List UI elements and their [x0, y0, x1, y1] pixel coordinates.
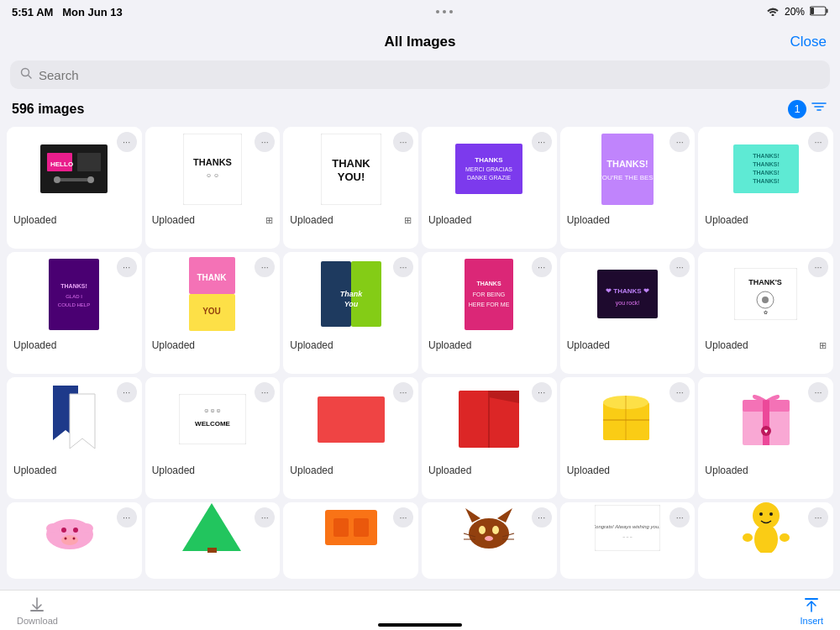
uploaded-label: Uploaded: [567, 465, 610, 476]
grid-item[interactable]: THANK'S ✿ ··· Uploaded ⊞: [698, 252, 833, 374]
more-button[interactable]: ···: [393, 132, 413, 152]
item-footer: Uploaded: [422, 461, 557, 481]
grid-item[interactable]: Thank You ··· Uploaded: [283, 252, 418, 374]
grid-item[interactable]: THANKS MERCI GRACIAS DANKE GRAZIE ··· Up…: [422, 127, 557, 249]
grid-item[interactable]: ❤ THANKS ❤ you rock! ··· Uploaded: [560, 252, 696, 374]
grid-item[interactable]: HELLO ··· Uploaded: [7, 127, 142, 249]
grid-item[interactable]: ··· Uploaded: [283, 377, 418, 499]
more-button[interactable]: ···: [117, 132, 137, 152]
svg-rect-14: [60, 178, 87, 181]
svg-text:HELLO: HELLO: [50, 160, 73, 168]
grid-item[interactable]: THANK YOU! ··· Uploaded ⊞: [283, 127, 418, 249]
svg-text:THANK: THANK: [332, 157, 370, 170]
search-bar: [10, 60, 830, 89]
more-button[interactable]: ···: [808, 507, 828, 528]
grid-item[interactable]: THANKS! GLAD I COULD HELP ··· Uploaded: [7, 252, 142, 374]
item-footer: [145, 553, 281, 561]
item-footer: Uploaded: [422, 211, 557, 231]
grid-item[interactable]: ···: [283, 502, 418, 579]
grid-item[interactable]: ··· Uploaded: [422, 377, 557, 499]
item-footer: Uploaded: [560, 336, 696, 356]
filter-button[interactable]: 1: [788, 97, 828, 120]
close-button[interactable]: Close: [790, 34, 827, 50]
more-button[interactable]: ···: [117, 382, 137, 402]
svg-rect-25: [601, 134, 654, 205]
more-button[interactable]: ···: [532, 507, 552, 528]
item-footer: Uploaded: [145, 336, 281, 356]
item-footer: Uploaded: [7, 461, 142, 481]
item-footer: Uploaded: [560, 211, 696, 231]
svg-point-79: [61, 535, 78, 545]
svg-text:You: You: [344, 300, 358, 308]
grid-item[interactable]: ··· Uploaded: [7, 377, 142, 499]
grid-item[interactable]: ···: [145, 502, 281, 579]
filter-icon: [810, 97, 828, 120]
more-button[interactable]: ···: [808, 132, 828, 152]
svg-text:Thank: Thank: [339, 290, 362, 298]
grid-item[interactable]: ☺☺☺ WELCOME ··· Uploaded: [145, 377, 281, 499]
uploaded-label: Uploaded: [428, 465, 471, 476]
uploaded-label: Uploaded: [290, 339, 333, 351]
uploaded-label: Uploaded: [13, 339, 56, 351]
header-title: All Images: [384, 34, 455, 50]
item-footer: Uploaded: [7, 211, 142, 231]
svg-rect-62: [318, 396, 385, 443]
grid-item[interactable]: ···: [698, 502, 833, 579]
insert-button[interactable]: Insert: [800, 596, 823, 626]
svg-point-78: [73, 528, 78, 533]
svg-text:✿: ✿: [764, 310, 768, 315]
item-footer: Uploaded: [560, 461, 696, 481]
more-button[interactable]: ···: [532, 382, 552, 402]
svg-text:Congrats! Always wishing you..: Congrats! Always wishing you...: [595, 524, 660, 529]
grid-item[interactable]: THANKS FOR BEING HERE FOR ME ··· Uploade…: [422, 252, 557, 374]
svg-text:HERE FOR ME: HERE FOR ME: [469, 302, 510, 307]
svg-text:COULD HELP: COULD HELP: [58, 302, 90, 307]
svg-marker-88: [465, 508, 480, 522]
grid-item[interactable]: ···: [422, 502, 557, 579]
svg-text:THANK'S: THANK'S: [748, 278, 782, 286]
svg-text:DANKE GRAZIE: DANKE GRAZIE: [467, 175, 511, 181]
item-footer: Uploaded: [7, 336, 142, 356]
more-button[interactable]: ···: [808, 257, 828, 277]
grid-item[interactable]: THANKS! THANKS! THANKS! THANKS! ··· Uplo…: [698, 127, 833, 249]
bottom-bar: Download Insert: [0, 590, 840, 630]
svg-point-81: [73, 537, 76, 539]
svg-text:THANKS!: THANKS!: [753, 161, 780, 167]
item-footer: [422, 553, 557, 561]
grid-item[interactable]: THANK YOU ··· Uploaded: [145, 252, 281, 374]
search-icon: [20, 67, 32, 82]
svg-text:~ ~ ~: ~ ~ ~: [622, 534, 633, 539]
svg-marker-89: [497, 508, 512, 522]
status-dots: [436, 10, 453, 13]
more-button[interactable]: ···: [532, 132, 552, 152]
more-button[interactable]: ···: [393, 257, 413, 277]
more-button[interactable]: ···: [393, 382, 413, 402]
more-button[interactable]: ···: [393, 507, 413, 528]
svg-rect-86: [354, 518, 369, 537]
download-button[interactable]: Download: [17, 596, 58, 626]
grid-item[interactable]: THANKS ☺ ☺ ··· Uploaded ⊞: [145, 127, 281, 249]
more-button[interactable]: ···: [117, 507, 137, 528]
uploaded-label: Uploaded: [290, 214, 333, 226]
edit-icon: ⊞: [819, 340, 827, 351]
svg-point-55: [762, 297, 769, 303]
svg-text:YOU: YOU: [203, 307, 222, 316]
more-button[interactable]: ···: [808, 382, 828, 402]
search-input[interactable]: [39, 68, 820, 82]
grid-item[interactable]: THANKS! YOU'RE THE BEST ··· Uploaded: [560, 127, 696, 249]
item-footer: Uploaded: [698, 211, 833, 231]
grid-item[interactable]: Congrats! Always wishing you... ~ ~ ~ ··…: [560, 502, 696, 579]
svg-text:THANKS!: THANKS!: [753, 170, 780, 176]
svg-rect-28: [733, 144, 799, 193]
grid-item[interactable]: ♥ ··· Uploaded: [698, 377, 833, 499]
status-bar: 5:51 AM Mon Jun 13 20%: [0, 0, 840, 24]
grid-item[interactable]: ···: [7, 502, 142, 579]
more-button[interactable]: ···: [117, 257, 137, 277]
status-right: 20%: [766, 6, 828, 18]
svg-point-103: [769, 512, 773, 516]
item-footer: Uploaded: [145, 461, 281, 481]
more-button[interactable]: ···: [532, 257, 552, 277]
grid-item[interactable]: ··· Uploaded: [560, 377, 696, 499]
uploaded-label: Uploaded: [152, 465, 195, 476]
header: All Images Close: [0, 24, 840, 60]
